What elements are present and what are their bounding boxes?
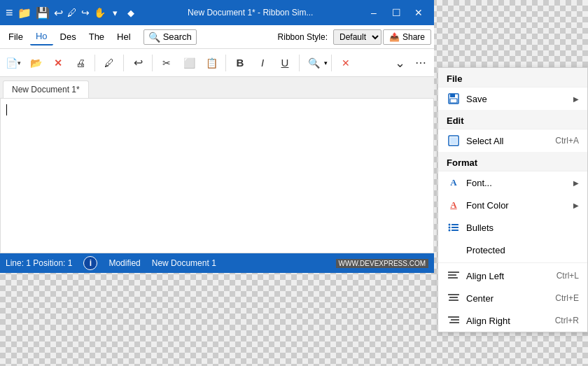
select-all-shortcut: Ctrl+A bbox=[555, 136, 579, 146]
text-cursor bbox=[6, 104, 7, 115]
select-all-menu-item[interactable]: Select All Ctrl+A bbox=[438, 129, 587, 152]
font-color-menu-item[interactable]: A Font Color bbox=[438, 194, 587, 216]
center-shortcut: Ctrl+E bbox=[555, 293, 579, 303]
menu-file[interactable]: File bbox=[3, 29, 29, 45]
editor-area[interactable] bbox=[0, 98, 434, 253]
tab-label: New Document 1* bbox=[12, 85, 80, 94]
clipboard-icon[interactable]: 🖊 bbox=[67, 7, 77, 18]
svg-rect-17 bbox=[448, 316, 459, 318]
separator-4 bbox=[225, 55, 226, 71]
svg-rect-10 bbox=[451, 230, 458, 231]
protected-menu-item[interactable]: Protected bbox=[438, 239, 587, 261]
overflow-button[interactable]: ⋯ bbox=[410, 52, 431, 73]
font-color-label: Font Color bbox=[466, 200, 568, 211]
new-file-icon: 📄 bbox=[6, 57, 18, 69]
svg-rect-13 bbox=[448, 277, 458, 279]
underline-button[interactable]: U bbox=[274, 52, 295, 73]
svg-rect-15 bbox=[449, 297, 458, 298]
menu-home[interactable]: Ho bbox=[30, 28, 53, 45]
svg-point-9 bbox=[449, 230, 451, 232]
bullets-menu-item[interactable]: Bullets bbox=[438, 216, 587, 239]
tab-bar: New Document 1* bbox=[0, 77, 434, 98]
align-right-icon bbox=[447, 314, 461, 328]
copy-button[interactable]: ⬜ bbox=[178, 52, 200, 73]
close-file-button[interactable]: ✕ bbox=[48, 52, 69, 73]
svg-rect-6 bbox=[451, 224, 458, 225]
ribbon-style-dropdown[interactable]: Default bbox=[333, 29, 382, 45]
window-controls: – ☐ ✕ bbox=[364, 3, 428, 22]
window-title: New Document 1* - Ribbon Sim... bbox=[141, 8, 360, 17]
find-dropdown-arrow[interactable]: ▾ bbox=[324, 59, 328, 66]
cut-button[interactable]: ✂ bbox=[156, 52, 177, 73]
align-left-shortcut: Ctrl+L bbox=[556, 271, 579, 281]
align-left-menu-item[interactable]: Align Left Ctrl+L bbox=[438, 265, 587, 287]
print-icon: 🖨 bbox=[76, 57, 85, 69]
bold-button[interactable]: B bbox=[230, 52, 251, 73]
paste-button[interactable]: 📋 bbox=[201, 52, 222, 73]
modified-label: Modified bbox=[108, 258, 140, 268]
open-folder-icon: 📂 bbox=[30, 57, 42, 69]
underline-icon: U bbox=[281, 57, 289, 69]
menu-help[interactable]: Hel bbox=[111, 29, 136, 45]
maximize-button[interactable]: ☐ bbox=[386, 3, 406, 22]
separator-3 bbox=[152, 55, 153, 71]
protected-label: Protected bbox=[466, 245, 579, 255]
undo-button[interactable]: ↩ bbox=[127, 52, 148, 73]
save-toolbar-icon[interactable]: 💾 bbox=[36, 6, 50, 20]
undo-title-icon[interactable]: ↩ bbox=[54, 6, 63, 20]
toolbar: 📄▾ 📂 ✕ 🖨 🖊 ↩ ✂ ⬜ bbox=[0, 49, 434, 77]
section-header-format: Format bbox=[438, 152, 587, 171]
new-file-button[interactable]: 📄▾ bbox=[3, 52, 24, 73]
share-button[interactable]: 📤 Share bbox=[383, 29, 431, 45]
redo-icon[interactable]: ↪ bbox=[81, 7, 90, 18]
info-icon[interactable]: i bbox=[83, 256, 97, 270]
hand-icon[interactable]: ✋ bbox=[94, 7, 106, 18]
tab-new-document-1[interactable]: New Document 1* bbox=[3, 80, 89, 98]
minimize-button[interactable]: – bbox=[364, 3, 384, 22]
svg-point-5 bbox=[449, 224, 451, 226]
align-right-menu-item[interactable]: Align Right Ctrl+R bbox=[438, 309, 587, 332]
align-right-label: Align Right bbox=[466, 316, 550, 326]
font-menu-item[interactable]: A Font... bbox=[438, 171, 587, 194]
folder-icon[interactable]: 📁 bbox=[18, 6, 31, 20]
separator-2 bbox=[123, 55, 124, 71]
align-left-label: Align Left bbox=[466, 271, 551, 281]
center-menu-item[interactable]: Center Ctrl+E bbox=[438, 287, 587, 309]
undo-icon: ↩ bbox=[134, 56, 143, 69]
devexpress-link[interactable]: WWW.DEVEXPRESS.COM bbox=[336, 259, 428, 268]
close-button[interactable]: ✕ bbox=[409, 3, 428, 22]
svg-point-7 bbox=[449, 227, 451, 229]
svg-rect-14 bbox=[448, 294, 459, 295]
save-label: Save bbox=[466, 94, 568, 104]
save-icon bbox=[447, 92, 461, 106]
close-file-icon: ✕ bbox=[54, 57, 62, 69]
align-right-shortcut: Ctrl+R bbox=[555, 316, 579, 325]
status-bar: Line: 1 Position: 1 i Modified New Docum… bbox=[0, 253, 434, 273]
select-all-label: Select All bbox=[466, 136, 550, 146]
line-position-info: Line: 1 Position: 1 bbox=[6, 258, 72, 268]
copy-format-icon: 🖊 bbox=[104, 57, 114, 69]
print-button[interactable]: 🖨 bbox=[70, 52, 91, 73]
svg-rect-2 bbox=[450, 99, 457, 103]
save-menu-item[interactable]: Save bbox=[438, 87, 587, 110]
search-icon: 🔍 bbox=[148, 31, 160, 43]
share-icon: 📤 bbox=[389, 32, 400, 42]
svg-rect-11 bbox=[448, 272, 459, 273]
open-folder-button[interactable]: 📂 bbox=[25, 52, 46, 73]
menu-theme[interactable]: The bbox=[83, 29, 110, 45]
ribbon-style-selector: Ribbon Style: Default bbox=[278, 29, 382, 45]
find-icon: 🔍 bbox=[308, 57, 320, 69]
copy-format-button[interactable]: 🖊 bbox=[99, 52, 120, 73]
find-button[interactable]: 🔍 bbox=[303, 52, 324, 73]
menu-design[interactable]: Des bbox=[55, 29, 82, 45]
app-menu-icon[interactable]: ≡ bbox=[6, 6, 13, 20]
separator-5 bbox=[299, 55, 300, 71]
quick-access-more[interactable]: ⌄ bbox=[389, 52, 410, 73]
search-bar[interactable]: 🔍 Search bbox=[144, 29, 197, 45]
delete-button[interactable]: ✕ bbox=[335, 52, 356, 73]
svg-rect-8 bbox=[451, 227, 458, 228]
italic-button[interactable]: I bbox=[252, 52, 273, 73]
paste-icon: 📋 bbox=[206, 57, 218, 69]
search-label: Search bbox=[163, 31, 192, 42]
cut-icon: ✂ bbox=[162, 57, 171, 69]
